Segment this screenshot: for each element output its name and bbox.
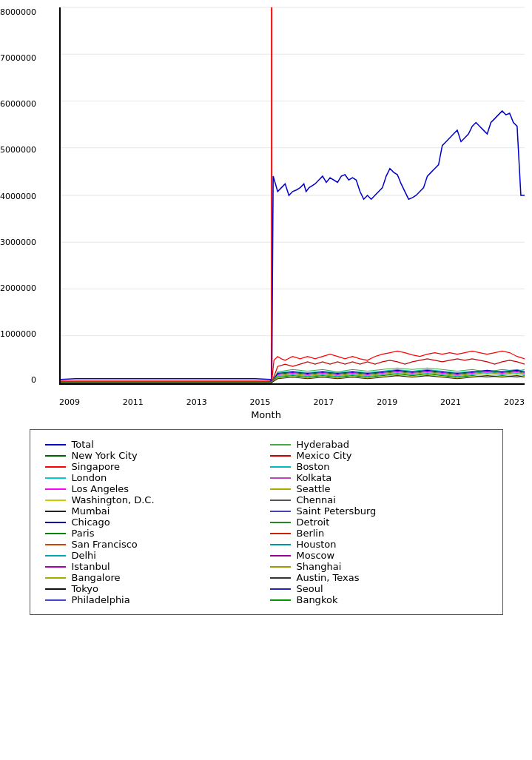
legend-line-bangkok	[270, 599, 291, 601]
legend-line-nyc	[45, 455, 66, 457]
legend-line-chennai	[270, 500, 291, 501]
legend-container: Total New York City Singapore London Los…	[30, 429, 503, 615]
legend-label-bangalore: Bangalore	[72, 572, 121, 583]
chart-svg-area	[59, 7, 525, 385]
legend-item-chennai: Chennai	[270, 494, 488, 505]
chart-container: 8000000 7000000 6000000 5000000 4000000 …	[0, 0, 532, 422]
legend-line-paris	[45, 533, 66, 534]
legend-item-chicago: Chicago	[45, 517, 263, 528]
legend-item-paris: Paris	[45, 528, 263, 539]
x-label-2015: 2015	[250, 397, 271, 407]
legend-label-boston: Boston	[297, 461, 330, 472]
legend-item-berlin: Berlin	[270, 528, 488, 539]
legend-line-saint-petersburg	[270, 511, 291, 512]
legend-item-moscow: Moscow	[270, 550, 488, 561]
legend-line-seoul	[270, 588, 291, 590]
legend-line-moscow	[270, 555, 291, 556]
legend-label-chennai: Chennai	[297, 494, 336, 505]
legend-item-shanghai: Shanghai	[270, 561, 488, 572]
y-label-5m: 5000000	[0, 145, 36, 155]
legend-label-moscow: Moscow	[297, 550, 335, 561]
y-label-8m: 8000000	[0, 7, 36, 17]
legend-line-washington	[45, 500, 66, 501]
legend-line-hyderabad	[270, 444, 291, 445]
legend-label-seoul: Seoul	[297, 583, 323, 594]
x-label-2017: 2017	[313, 397, 334, 407]
legend-label-houston: Houston	[297, 539, 337, 550]
legend-line-shanghai	[270, 566, 291, 568]
legend-label-saint-petersburg: Saint Petersburg	[297, 505, 377, 517]
legend-item-austin: Austin, Texas	[270, 572, 488, 583]
legend-line-kolkata	[270, 477, 291, 479]
legend-label-delhi: Delhi	[72, 550, 96, 561]
y-label-0: 0	[31, 375, 36, 385]
x-label-2009: 2009	[59, 397, 80, 407]
legend-item-detroit: Detroit	[270, 517, 488, 528]
legend-label-hyderabad: Hyderabad	[297, 439, 350, 450]
legend-line-sf	[45, 544, 66, 545]
legend-label-austin: Austin, Texas	[297, 572, 360, 583]
y-label-3m: 3000000	[0, 238, 36, 247]
x-label-2021: 2021	[440, 397, 461, 407]
legend-label-berlin: Berlin	[297, 528, 325, 539]
legend-label-chicago: Chicago	[72, 517, 110, 528]
legend-line-houston	[270, 544, 291, 545]
y-label-7m: 7000000	[0, 53, 36, 63]
legend-item-istanbul: Istanbul	[45, 561, 263, 572]
legend-label-washington: Washington, D.C.	[72, 494, 155, 505]
x-axis-title: Month	[251, 409, 281, 420]
legend-label-sf: San Francisco	[72, 539, 138, 550]
legend-item-singapore: Singapore	[45, 461, 263, 472]
legend-line-tokyo	[45, 588, 66, 590]
legend-label-paris: Paris	[72, 528, 95, 539]
x-label-2013: 2013	[186, 397, 207, 407]
x-label-2023: 2023	[504, 397, 525, 407]
legend-line-bangalore	[45, 577, 66, 579]
y-label-4m: 4000000	[0, 192, 36, 201]
legend-line-london	[45, 477, 66, 479]
total-line	[61, 111, 525, 383]
legend-label-mexico-city: Mexico City	[297, 450, 352, 461]
legend-label-philadelphia: Philadelphia	[72, 594, 130, 605]
legend-item-mexico-city: Mexico City	[270, 450, 488, 461]
legend-line-austin	[270, 577, 291, 579]
legend-item-sf: San Francisco	[45, 539, 263, 550]
legend-item-philadelphia: Philadelphia	[45, 594, 263, 605]
legend-label-seattle: Seattle	[297, 483, 331, 494]
legend-line-seattle	[270, 488, 291, 490]
y-label-1m: 1000000	[0, 329, 36, 339]
legend-label-shanghai: Shanghai	[297, 561, 342, 572]
legend-item-total: Total	[45, 439, 263, 450]
legend-item-boston: Boston	[270, 461, 488, 472]
y-axis-labels: 8000000 7000000 6000000 5000000 4000000 …	[0, 7, 40, 385]
chart-svg	[61, 7, 525, 383]
x-label-2011: 2011	[123, 397, 144, 407]
legend-label-kolkata: Kolkata	[297, 472, 332, 483]
legend-label-detroit: Detroit	[297, 517, 330, 528]
legend-item-bangkok: Bangkok	[270, 594, 488, 605]
legend-item-delhi: Delhi	[45, 550, 263, 561]
legend-label-mumbai: Mumbai	[72, 505, 110, 517]
y-label-2m: 2000000	[0, 283, 36, 293]
legend-line-total	[45, 444, 66, 445]
legend-item-mumbai: Mumbai	[45, 505, 263, 517]
legend-line-mexico-city	[270, 455, 291, 457]
legend-item-seoul: Seoul	[270, 583, 488, 594]
legend-item-nyc: New York City	[45, 450, 263, 461]
legend-label-london: London	[72, 472, 107, 483]
legend-label-singapore: Singapore	[72, 461, 121, 472]
legend-item-la: Los Angeles	[45, 483, 263, 494]
legend-item-bangalore: Bangalore	[45, 572, 263, 583]
legend-line-philadelphia	[45, 599, 66, 601]
legend-label-istanbul: Istanbul	[72, 561, 110, 572]
legend-line-chicago	[45, 522, 66, 523]
legend-line-berlin	[270, 533, 291, 534]
legend-line-delhi	[45, 555, 66, 556]
legend-label-nyc: New York City	[72, 450, 138, 461]
legend-col-right: Hyderabad Mexico City Boston Kolkata Sea…	[270, 439, 488, 605]
legend-label-bangkok: Bangkok	[297, 594, 338, 605]
legend-item-seattle: Seattle	[270, 483, 488, 494]
legend-label-total: Total	[72, 439, 94, 450]
legend-line-detroit	[270, 522, 291, 523]
legend-item-saint-petersburg: Saint Petersburg	[270, 505, 488, 517]
